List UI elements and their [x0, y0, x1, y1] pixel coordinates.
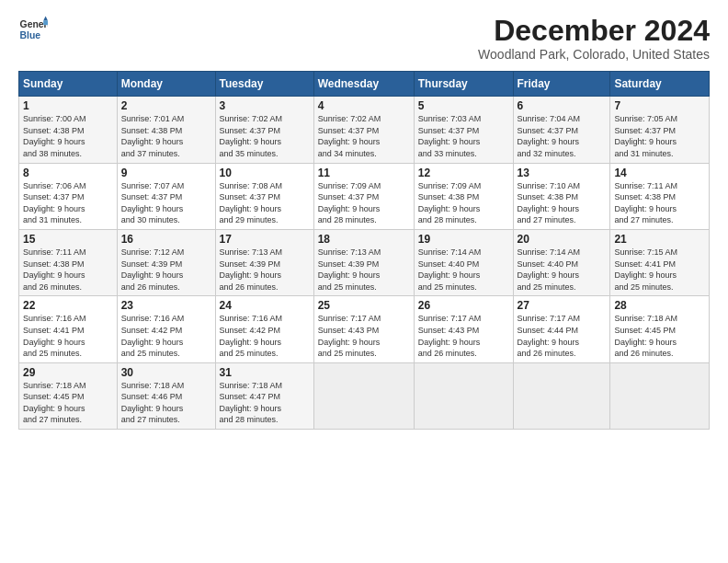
day-info: Sunrise: 7:09 AM Sunset: 4:38 PM Dayligh… — [418, 180, 509, 226]
day-number: 24 — [220, 299, 310, 312]
day-info: Sunrise: 7:14 AM Sunset: 4:40 PM Dayligh… — [518, 247, 607, 293]
day-info: Sunrise: 7:02 AM Sunset: 4:37 PM Dayligh… — [318, 113, 410, 159]
header: General Blue December 2024 Woodland Park… — [18, 15, 710, 62]
table-row: 28Sunrise: 7:18 AM Sunset: 4:45 PM Dayli… — [610, 296, 710, 362]
day-number: 8 — [23, 167, 113, 179]
table-row: 7Sunrise: 7:05 AM Sunset: 4:37 PM Daylig… — [610, 97, 710, 163]
day-number: 12 — [418, 167, 509, 179]
table-row: 26Sunrise: 7:17 AM Sunset: 4:43 PM Dayli… — [414, 296, 513, 362]
day-number: 22 — [23, 299, 113, 312]
svg-text:Blue: Blue — [20, 30, 41, 40]
day-number: 31 — [220, 366, 310, 379]
day-info: Sunrise: 7:04 AM Sunset: 4:37 PM Dayligh… — [518, 113, 607, 159]
day-info: Sunrise: 7:08 AM Sunset: 4:37 PM Dayligh… — [220, 180, 310, 226]
table-row: 5Sunrise: 7:03 AM Sunset: 4:37 PM Daylig… — [414, 97, 513, 163]
calendar-week-2: 8Sunrise: 7:06 AM Sunset: 4:37 PM Daylig… — [19, 163, 710, 229]
table-row: 13Sunrise: 7:10 AM Sunset: 4:38 PM Dayli… — [513, 163, 610, 229]
table-row: 31Sunrise: 7:18 AM Sunset: 4:47 PM Dayli… — [215, 362, 313, 429]
day-info: Sunrise: 7:05 AM Sunset: 4:37 PM Dayligh… — [614, 113, 705, 159]
day-info: Sunrise: 7:17 AM Sunset: 4:43 PM Dayligh… — [318, 313, 410, 359]
day-number: 20 — [518, 233, 607, 246]
day-number: 17 — [220, 233, 310, 246]
table-row: 4Sunrise: 7:02 AM Sunset: 4:37 PM Daylig… — [313, 97, 414, 163]
day-number: 19 — [418, 233, 509, 246]
calendar-week-3: 15Sunrise: 7:11 AM Sunset: 4:38 PM Dayli… — [19, 229, 710, 295]
table-row: 2Sunrise: 7:01 AM Sunset: 4:38 PM Daylig… — [117, 97, 215, 163]
day-number: 18 — [318, 233, 410, 246]
table-row: 15Sunrise: 7:11 AM Sunset: 4:38 PM Dayli… — [19, 229, 118, 295]
table-row: 9Sunrise: 7:07 AM Sunset: 4:37 PM Daylig… — [117, 163, 215, 229]
calendar-week-5: 29Sunrise: 7:18 AM Sunset: 4:45 PM Dayli… — [19, 362, 710, 429]
table-row: 21Sunrise: 7:15 AM Sunset: 4:41 PM Dayli… — [610, 229, 710, 295]
logo-icon: General Blue — [18, 15, 48, 44]
calendar-header-row: Sunday Monday Tuesday Wednesday Thursday… — [19, 72, 710, 97]
day-number: 25 — [318, 299, 410, 312]
table-row — [513, 362, 610, 429]
day-number: 28 — [614, 299, 705, 312]
day-info: Sunrise: 7:12 AM Sunset: 4:39 PM Dayligh… — [121, 247, 211, 293]
table-row: 18Sunrise: 7:13 AM Sunset: 4:39 PM Dayli… — [313, 229, 414, 295]
header-monday: Monday — [117, 72, 215, 97]
table-row: 14Sunrise: 7:11 AM Sunset: 4:38 PM Dayli… — [610, 163, 710, 229]
table-row: 17Sunrise: 7:13 AM Sunset: 4:39 PM Dayli… — [215, 229, 313, 295]
table-row: 23Sunrise: 7:16 AM Sunset: 4:42 PM Dayli… — [117, 296, 215, 362]
day-number: 15 — [23, 233, 113, 246]
table-row: 11Sunrise: 7:09 AM Sunset: 4:37 PM Dayli… — [313, 163, 414, 229]
table-row: 12Sunrise: 7:09 AM Sunset: 4:38 PM Dayli… — [414, 163, 513, 229]
day-info: Sunrise: 7:02 AM Sunset: 4:37 PM Dayligh… — [220, 113, 310, 159]
location: Woodland Park, Colorado, United States — [478, 47, 710, 62]
table-row — [414, 362, 513, 429]
day-number: 7 — [614, 99, 705, 112]
day-info: Sunrise: 7:18 AM Sunset: 4:47 PM Dayligh… — [220, 380, 310, 426]
day-info: Sunrise: 7:18 AM Sunset: 4:45 PM Dayligh… — [23, 380, 113, 426]
table-row: 3Sunrise: 7:02 AM Sunset: 4:37 PM Daylig… — [215, 97, 313, 163]
day-number: 10 — [220, 167, 310, 179]
day-number: 27 — [518, 299, 607, 312]
day-info: Sunrise: 7:16 AM Sunset: 4:41 PM Dayligh… — [23, 313, 113, 359]
day-number: 16 — [121, 233, 211, 246]
calendar-table: Sunday Monday Tuesday Wednesday Thursday… — [18, 71, 710, 430]
table-row — [610, 362, 710, 429]
table-row: 27Sunrise: 7:17 AM Sunset: 4:44 PM Dayli… — [513, 296, 610, 362]
day-number: 13 — [518, 167, 607, 179]
day-info: Sunrise: 7:15 AM Sunset: 4:41 PM Dayligh… — [614, 247, 705, 293]
table-row: 24Sunrise: 7:16 AM Sunset: 4:42 PM Dayli… — [215, 296, 313, 362]
svg-marker-3 — [43, 20, 48, 25]
day-info: Sunrise: 7:00 AM Sunset: 4:38 PM Dayligh… — [23, 113, 113, 159]
table-row — [313, 362, 414, 429]
day-info: Sunrise: 7:13 AM Sunset: 4:39 PM Dayligh… — [220, 247, 310, 293]
calendar-week-4: 22Sunrise: 7:16 AM Sunset: 4:41 PM Dayli… — [19, 296, 710, 362]
day-number: 14 — [614, 167, 705, 179]
day-info: Sunrise: 7:09 AM Sunset: 4:37 PM Dayligh… — [318, 180, 410, 226]
day-number: 6 — [518, 99, 607, 112]
day-info: Sunrise: 7:11 AM Sunset: 4:38 PM Dayligh… — [614, 180, 705, 226]
day-number: 1 — [23, 99, 113, 112]
day-info: Sunrise: 7:16 AM Sunset: 4:42 PM Dayligh… — [121, 313, 211, 359]
day-info: Sunrise: 7:13 AM Sunset: 4:39 PM Dayligh… — [318, 247, 410, 293]
day-info: Sunrise: 7:17 AM Sunset: 4:44 PM Dayligh… — [518, 313, 607, 359]
day-info: Sunrise: 7:11 AM Sunset: 4:38 PM Dayligh… — [23, 247, 113, 293]
header-tuesday: Tuesday — [215, 72, 313, 97]
table-row: 25Sunrise: 7:17 AM Sunset: 4:43 PM Dayli… — [313, 296, 414, 362]
header-thursday: Thursday — [414, 72, 513, 97]
header-sunday: Sunday — [19, 72, 118, 97]
header-saturday: Saturday — [610, 72, 710, 97]
header-wednesday: Wednesday — [313, 72, 414, 97]
header-friday: Friday — [513, 72, 610, 97]
day-info: Sunrise: 7:01 AM Sunset: 4:38 PM Dayligh… — [121, 113, 211, 159]
calendar-page: General Blue December 2024 Woodland Park… — [0, 0, 728, 439]
day-info: Sunrise: 7:17 AM Sunset: 4:43 PM Dayligh… — [418, 313, 509, 359]
table-row: 19Sunrise: 7:14 AM Sunset: 4:40 PM Dayli… — [414, 229, 513, 295]
table-row: 6Sunrise: 7:04 AM Sunset: 4:37 PM Daylig… — [513, 97, 610, 163]
day-info: Sunrise: 7:03 AM Sunset: 4:37 PM Dayligh… — [418, 113, 509, 159]
day-number: 9 — [121, 167, 211, 179]
day-info: Sunrise: 7:10 AM Sunset: 4:38 PM Dayligh… — [518, 180, 607, 226]
day-number: 23 — [121, 299, 211, 312]
table-row: 20Sunrise: 7:14 AM Sunset: 4:40 PM Dayli… — [513, 229, 610, 295]
table-row: 16Sunrise: 7:12 AM Sunset: 4:39 PM Dayli… — [117, 229, 215, 295]
table-row: 30Sunrise: 7:18 AM Sunset: 4:46 PM Dayli… — [117, 362, 215, 429]
title-block: December 2024 Woodland Park, Colorado, U… — [478, 15, 710, 62]
table-row: 22Sunrise: 7:16 AM Sunset: 4:41 PM Dayli… — [19, 296, 118, 362]
logo: General Blue — [18, 15, 48, 44]
day-number: 5 — [418, 99, 509, 112]
